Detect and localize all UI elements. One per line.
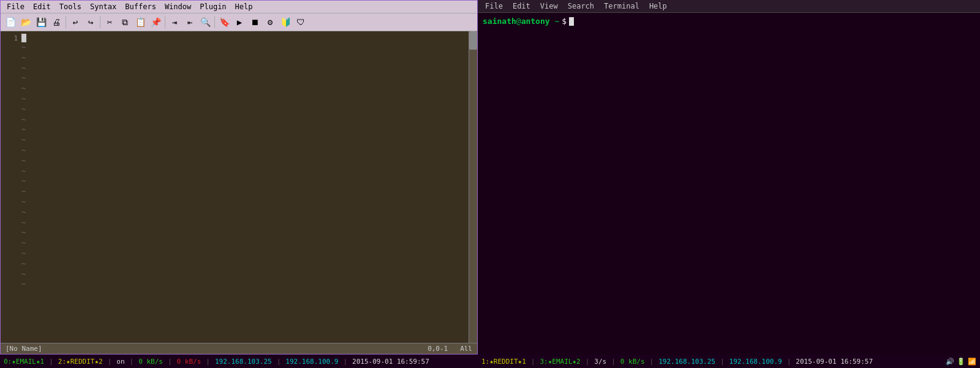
status-speed-ul: 0 kB/s — [173, 355, 205, 368]
menu-window[interactable]: Window — [161, 2, 195, 12]
redo-button[interactable]: ↪ — [83, 15, 98, 29]
status-ip1: 192.168.103.25 — [211, 355, 276, 368]
editor-text[interactable]: ~~~~~ ~~~~~ ~~~~~ ~~~~~ ~~~~ — [19, 31, 469, 343]
line-numbers: 1 — [1, 31, 19, 343]
scrollbar-thumb[interactable] — [469, 31, 477, 50]
status-right-rate: 3/s — [590, 355, 610, 368]
terminal-menu-help[interactable]: Help — [646, 1, 671, 11]
open-button[interactable]: 📂 — [18, 15, 33, 29]
terminal-cursor — [569, 17, 574, 26]
menu-plugin[interactable]: Plugin — [196, 2, 230, 12]
toolbar-sep-1 — [66, 16, 66, 28]
status-tab-email[interactable]: 0:★EMAIL★1 — [0, 355, 48, 368]
editor-scrollbar[interactable] — [469, 31, 477, 343]
toolbar-sep-4 — [214, 16, 215, 28]
cut-button[interactable]: ✂ — [102, 15, 117, 29]
editor-pane: File Edit Tools Syntax Buffers Window Pl… — [0, 0, 478, 355]
menu-help[interactable]: Help — [232, 2, 257, 12]
terminal-content[interactable]: sainath @ antony ~ $ — [478, 13, 980, 355]
menu-edit[interactable]: Edit — [29, 2, 55, 12]
toolbar-sep-2 — [100, 16, 100, 28]
status-right-tab-reddit[interactable]: 1:★REDDIT★1 — [478, 355, 530, 368]
cursor-line — [21, 34, 466, 42]
status-right-tab-email[interactable]: 3:★EMAIL★2 — [536, 355, 584, 368]
terminal-menu-file[interactable]: File — [481, 1, 507, 11]
terminal-menu-search[interactable]: Search — [564, 1, 598, 11]
status-right-ip1: 192.168.103.25 — [655, 355, 719, 368]
prompt-at: @ — [516, 17, 521, 26]
editor-content-area[interactable]: 1 ~~~~~ ~~~~~ ~~~~~ ~~~~~ ~~~~ — [1, 31, 477, 343]
editor-cursor — [21, 34, 26, 42]
run-button[interactable]: ▶ — [232, 15, 247, 29]
extra1-button[interactable]: 🔰 — [278, 15, 293, 29]
new-button[interactable]: 📄 — [3, 15, 18, 29]
menu-tools[interactable]: Tools — [56, 2, 85, 12]
prompt-tilde: ~ — [554, 17, 559, 26]
menu-file[interactable]: File — [3, 2, 28, 12]
terminal-menu-edit[interactable]: Edit — [509, 1, 534, 11]
menu-buffers[interactable]: Buffers — [121, 2, 160, 12]
bookmark-button[interactable]: 🔖 — [217, 15, 232, 29]
terminal-menubar: File Edit View Search Terminal Help — [478, 0, 980, 13]
editor-position: 0,0-1 All — [428, 345, 472, 353]
find-button[interactable]: ⇥ — [167, 15, 182, 29]
bottom-statusbar: 0:★EMAIL★1 | 2:★REDDIT★2 | on | 0 kB/s |… — [0, 355, 980, 368]
systray-icon-2: 🔋 — [957, 358, 965, 366]
toolbar-sep-3 — [165, 16, 165, 28]
copy-button[interactable]: ⧉ — [118, 15, 132, 29]
editor-toolbar: 📄 📂 💾 🖨 ↩ ↪ ✂ ⧉ 📋 📌 ⇥ ⇤ 🔍 🔖 ▶ ⏹ ⚙ 🔰 🛡 — [1, 13, 477, 31]
status-right: 1:★REDDIT★1 | 3:★EMAIL★2 | 3/s | 0 kB/s … — [478, 355, 980, 368]
extra2-button[interactable]: 🛡 — [293, 15, 308, 29]
status-left: 0:★EMAIL★1 | 2:★REDDIT★2 | on | 0 kB/s |… — [0, 355, 478, 368]
systray: 🔊 🔋 📶 — [942, 358, 980, 366]
prompt-dollar: $ — [562, 17, 567, 26]
stop-button[interactable]: ⏹ — [247, 15, 262, 29]
status-on: on — [113, 355, 128, 368]
status-right-speed: 0 kB/s — [617, 355, 649, 368]
print-button[interactable]: 🖨 — [49, 15, 64, 29]
replace-button[interactable]: ⇤ — [183, 15, 197, 29]
terminal-menu-view[interactable]: View — [537, 1, 562, 11]
search-button[interactable]: 🔍 — [198, 15, 213, 29]
editor-statusbar: [No Name] 0,0-1 All — [1, 343, 477, 354]
undo-button[interactable]: ↩ — [68, 15, 83, 29]
plugin-button[interactable]: ⚙ — [263, 15, 277, 29]
paste-button[interactable]: 📋 — [133, 15, 148, 29]
status-right-datetime: 2015-09-01 16:59:57 — [792, 355, 876, 368]
tilde-lines: ~~~~~ ~~~~~ ~~~~~ ~~~~~ ~~~~ — [21, 42, 466, 289]
terminal-menu-terminal[interactable]: Terminal — [600, 1, 643, 11]
status-right-ip2: 192.168.100.9 — [726, 355, 786, 368]
prompt-space — [550, 17, 555, 26]
terminal-pane: File Edit View Search Terminal Help sain… — [478, 0, 980, 355]
terminal-prompt-line: sainath @ antony ~ $ — [483, 17, 975, 26]
prompt-user: sainath — [483, 17, 516, 26]
status-speed-dl: 0 kB/s — [135, 355, 167, 368]
status-ip2: 192.168.100.9 — [282, 355, 342, 368]
editor-filename: [No Name] — [6, 345, 42, 353]
menu-syntax[interactable]: Syntax — [86, 2, 120, 12]
save-button[interactable]: 💾 — [34, 15, 48, 29]
systray-icon-1: 🔊 — [946, 358, 954, 366]
paste-special-button[interactable]: 📌 — [148, 15, 163, 29]
prompt-host: antony — [521, 17, 550, 26]
status-tab-reddit[interactable]: 2:★REDDIT★2 — [55, 355, 107, 368]
editor-menubar: File Edit Tools Syntax Buffers Window Pl… — [1, 1, 477, 13]
status-datetime: 2015-09-01 16:59:57 — [349, 355, 433, 368]
systray-icon-3: 📶 — [968, 358, 976, 366]
